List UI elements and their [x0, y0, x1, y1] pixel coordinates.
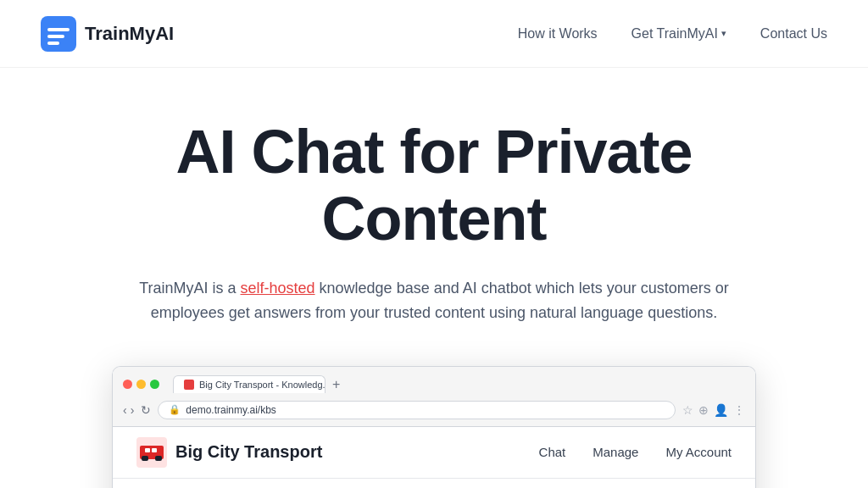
app-nav-manage[interactable]: Manage — [593, 445, 638, 459]
app-logo[interactable]: Big City Transport — [136, 437, 322, 468]
browser-tab-bar: Big City Transport - Knowledg... ✕ + — [173, 374, 347, 396]
nav-contact-us[interactable]: Contact Us — [760, 26, 827, 42]
logo-text: TrainMyAI — [85, 23, 174, 45]
svg-rect-7 — [155, 456, 162, 461]
app-logo-icon — [136, 437, 167, 468]
forward-arrow-icon[interactable]: › — [131, 403, 135, 417]
main-navbar: TrainMyAI How it Works Get TrainMyAI ▾ C… — [0, 0, 868, 68]
svg-rect-0 — [41, 16, 76, 52]
new-tab-button[interactable]: + — [326, 374, 347, 396]
app-main-content: Knowledge Bases — [113, 479, 755, 488]
tab-label: Big City Transport - Knowledg... — [199, 380, 326, 390]
extensions-icon[interactable]: ⊕ — [698, 403, 709, 417]
svg-rect-6 — [142, 456, 148, 461]
maximize-window-dot[interactable] — [150, 380, 159, 389]
lock-icon: 🔒 — [169, 404, 181, 415]
browser-navigation-arrows: ‹ › — [123, 403, 134, 417]
svg-rect-3 — [47, 42, 59, 45]
hero-title: AI Chat for Private Content — [68, 119, 800, 252]
trainmyai-logo-icon — [41, 16, 76, 52]
browser-action-icons: ☆ ⊕ 👤 ⋮ — [682, 403, 745, 417]
address-text: demo.trainmy.ai/kbs — [186, 404, 275, 416]
close-window-dot[interactable] — [123, 380, 132, 389]
profile-icon[interactable]: 👤 — [714, 403, 728, 417]
nav-get-trainmyai[interactable]: Get TrainMyAI ▾ — [632, 26, 726, 42]
app-logo-text: Big City Transport — [175, 442, 322, 462]
hero-subtitle-before: TrainMyAI is a — [139, 280, 240, 297]
hero-subtitle: TrainMyAI is a self-hosted knowledge bas… — [129, 276, 739, 325]
svg-rect-2 — [47, 35, 64, 38]
address-bar-input[interactable]: 🔒 demo.trainmy.ai/kbs — [158, 401, 676, 419]
refresh-icon[interactable]: ↻ — [141, 403, 151, 417]
svg-rect-8 — [145, 448, 150, 452]
browser-mockup: Big City Transport - Knowledg... ✕ + ‹ ›… — [112, 366, 756, 488]
chevron-down-icon: ▾ — [721, 28, 726, 39]
bookmark-icon[interactable]: ☆ — [682, 403, 693, 417]
minimize-window-dot[interactable] — [136, 380, 146, 389]
logo[interactable]: TrainMyAI — [41, 16, 174, 52]
app-nav-links: Chat Manage My Account — [539, 445, 732, 459]
browser-window-controls — [123, 380, 159, 389]
more-options-icon[interactable]: ⋮ — [733, 403, 745, 417]
browser-content: Big City Transport Chat Manage My Accoun… — [113, 427, 755, 488]
app-nav-my-account[interactable]: My Account — [665, 445, 732, 459]
svg-rect-9 — [152, 448, 157, 452]
app-navbar: Big City Transport Chat Manage My Accoun… — [113, 427, 755, 479]
browser-tab[interactable]: Big City Transport - Knowledg... ✕ — [173, 375, 326, 393]
hero-subtitle-highlight: self-hosted — [241, 280, 315, 297]
app-nav-chat[interactable]: Chat — [539, 445, 566, 459]
back-arrow-icon[interactable]: ‹ — [123, 403, 127, 417]
svg-rect-1 — [47, 28, 70, 31]
tab-favicon — [184, 380, 194, 390]
nav-how-it-works[interactable]: How it Works — [518, 26, 598, 42]
browser-address-bar: ‹ › ↻ 🔒 demo.trainmy.ai/kbs ☆ ⊕ 👤 ⋮ — [123, 401, 745, 419]
browser-chrome: Big City Transport - Knowledg... ✕ + ‹ ›… — [113, 367, 755, 427]
hero-section: AI Chat for Private Content TrainMyAI is… — [0, 68, 868, 488]
nav-links: How it Works Get TrainMyAI ▾ Contact Us — [518, 26, 827, 42]
